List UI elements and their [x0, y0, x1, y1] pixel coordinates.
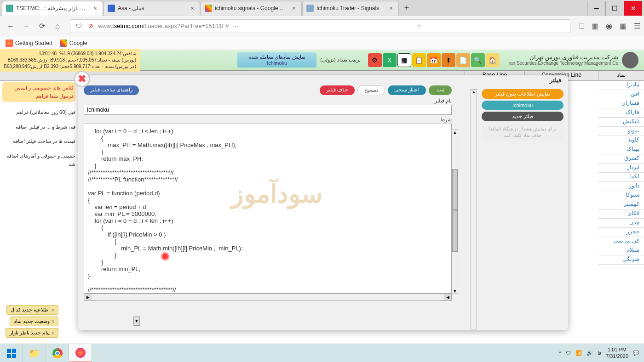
bookmark-getting-started[interactable]: Getting Started — [6, 40, 52, 47]
scroll-left-icon[interactable]: ◀ — [444, 294, 451, 300]
symbol-row[interactable]: افق — [598, 90, 644, 99]
new-filter-button[interactable]: فیلتر جدید — [482, 112, 564, 121]
note-icon[interactable]: 📋 — [412, 53, 426, 67]
account-icon[interactable]: ◉ — [606, 22, 612, 30]
filter-ichimoku-button[interactable]: Ichimoku — [482, 101, 564, 110]
sidebar-icon[interactable]: ▥ — [592, 22, 598, 30]
file-explorer-button[interactable]: 📁 — [23, 344, 46, 362]
close-icon[interactable]: x — [52, 330, 54, 335]
close-icon[interactable]: × — [290, 5, 298, 12]
close-icon[interactable]: x — [52, 318, 54, 324]
symbol-row[interactable]: سیلام — [598, 246, 644, 255]
upload-icon[interactable]: ⬆ — [442, 53, 455, 67]
tab-asa[interactable]: Asa - فملی × — [104, 1, 200, 16]
symbol-row[interactable]: کشرق — [598, 154, 644, 164]
language-indicator[interactable]: فا — [598, 350, 601, 356]
show-no-filter-button[interactable]: نمایش اطلاعات بدون فیلتر — [482, 89, 564, 99]
delete-filter-button[interactable]: حذف فیلتر — [320, 85, 355, 95]
symbol-row[interactable]: بموتو — [598, 127, 644, 136]
tab-title: TSETMC:. :: ده بان بازار پیشرفته. — [16, 5, 89, 11]
tab-tsetmc[interactable]: TSETMC:. :: ده بان بازار پیشرفته. × — [2, 1, 103, 16]
close-icon[interactable]: × — [387, 5, 395, 12]
close-icon[interactable]: × — [92, 5, 99, 12]
volume-icon[interactable]: 🔊 — [586, 350, 593, 356]
symbol-row[interactable]: تایکیش — [598, 118, 644, 127]
symbol-row[interactable]: شرنگی — [598, 255, 644, 265]
symbol-row[interactable]: چدن — [598, 219, 644, 228]
close-icon[interactable]: × — [189, 5, 196, 12]
reload-button[interactable]: ⟳ — [35, 19, 49, 33]
search-icon[interactable]: 🔍 — [471, 53, 485, 67]
modal-scrollbar[interactable]: ▲ — [471, 89, 477, 329]
back-button[interactable]: ← — [4, 19, 17, 33]
calendar-icon[interactable]: 📅 — [427, 53, 441, 67]
shield-icon[interactable]: 🛡 — [74, 22, 83, 31]
validate-button[interactable]: اعتبار سنجی — [388, 85, 426, 95]
close-button[interactable]: ✕ — [624, 1, 642, 16]
home-button[interactable]: ⌂ — [51, 19, 64, 33]
bookmark-icon[interactable]: ☆ — [416, 23, 422, 29]
forward-button[interactable]: → — [19, 19, 33, 33]
symbol-row[interactable]: کی بی سی — [598, 237, 644, 246]
clock[interactable]: 1:01 PM 7/31/2020 — [606, 347, 628, 359]
bookmark-bar: Getting Started Google — [0, 36, 644, 50]
tray-up-icon[interactable]: ^ — [559, 351, 561, 356]
scroll-right-icon[interactable]: ▶ — [84, 294, 92, 300]
modal-close-button[interactable]: ✖ — [74, 71, 90, 87]
minimize-button[interactable]: ─ — [587, 1, 605, 16]
tag-status[interactable]: xوضعیت جدید نماد — [10, 317, 58, 326]
close-icon[interactable]: x — [52, 307, 54, 312]
bookmark-google[interactable]: Google — [60, 40, 87, 47]
grid-icon[interactable]: ▦ — [397, 53, 411, 67]
code-scrollbar-v[interactable]: ▲ ▼ — [452, 130, 458, 294]
new-tab-button[interactable]: + — [399, 2, 414, 15]
code-scrollbar-h[interactable]: ◀ ▶ — [84, 294, 452, 301]
tab-google-search[interactable]: ichimoku signals - Google Sea... × — [201, 1, 302, 16]
company-fa: شرکت مدیریت فناوری بورس تهران — [509, 54, 618, 61]
symbol-row[interactable]: ابردار — [598, 164, 644, 173]
doc-icon[interactable]: 📄 — [456, 53, 470, 67]
symbol-row[interactable]: کهشیر — [598, 200, 644, 209]
symbol-display-panel[interactable]: نمایش نمادهای معامله شده Ichimoku — [237, 52, 316, 68]
col-symbol[interactable]: نماد — [598, 71, 644, 80]
filter-name-input[interactable] — [84, 105, 452, 115]
more-icon[interactable]: ⋯ — [233, 23, 239, 29]
maximize-button[interactable]: ☐ — [605, 1, 624, 16]
start-button[interactable] — [0, 344, 23, 362]
firefox-button[interactable] — [69, 344, 92, 362]
tray-icon[interactable]: 🛡 — [566, 351, 571, 356]
tag-codal[interactable]: xاطلاعیه جدید کدال — [6, 305, 58, 315]
symbol-row[interactable]: مادیرا — [598, 81, 644, 90]
url-input[interactable]: 🛡 ⊘ www.tsetmc.com/Loader.aspx?ParTree=1… — [70, 19, 570, 33]
symbol-row[interactable]: اتکای — [598, 209, 644, 219]
tracking-icon[interactable]: ⊘ — [86, 22, 95, 31]
protection-icon[interactable]: ▦ — [620, 22, 627, 30]
symbol-row[interactable]: حخزر — [598, 228, 644, 237]
symbol-row[interactable]: کلوند — [598, 136, 644, 145]
excel-icon[interactable]: X — [383, 53, 397, 67]
code-editor[interactable]: for (var i = 0 + d ; i < len ; i++) { ma… — [84, 124, 452, 294]
symbol-row[interactable]: فسازان — [598, 99, 644, 108]
settings-icon[interactable]: ⚙ — [368, 53, 382, 67]
tag-message[interactable]: xپیام جدید ناظر بازار — [6, 328, 58, 338]
page-scroll-down[interactable]: ▼ — [133, 317, 140, 326]
menu-icon[interactable]: ☰ — [634, 22, 640, 30]
home-icon[interactable]: 🏠 — [486, 53, 500, 67]
symbol-row[interactable]: دابور — [598, 182, 644, 191]
chrome-button[interactable] — [46, 344, 69, 362]
url-bar: ← → ⟳ ⌂ 🛡 ⊘ www.tsetmc.com/Loader.aspx?P… — [0, 16, 644, 36]
sort-label[interactable]: ترتیب:تعداد (نزولی) — [316, 57, 364, 63]
symbol-row[interactable]: فاراک — [598, 108, 644, 118]
symbol-row[interactable]: لکما — [598, 173, 644, 182]
correct-button[interactable]: تصحیح — [357, 85, 385, 95]
notification-icon[interactable]: 💬 — [633, 350, 639, 356]
tab-ichimoku-trader[interactable]: Ichimoku Trader - Signals × — [302, 1, 399, 16]
note: قبل (60 روز معاملاتی) فراهم — [2, 108, 75, 117]
tab-title: Asa - فملی — [118, 5, 186, 11]
register-button[interactable]: ثبت — [429, 85, 452, 95]
symbol-row[interactable]: بهپاک — [598, 145, 644, 154]
guide-button[interactable]: راهنمای ساخت فیلتر — [84, 85, 139, 95]
library-icon[interactable]: ⎕ — [580, 22, 584, 30]
symbol-row[interactable]: شتوکا — [598, 191, 644, 200]
tray-icon[interactable]: 📶 — [575, 350, 582, 356]
